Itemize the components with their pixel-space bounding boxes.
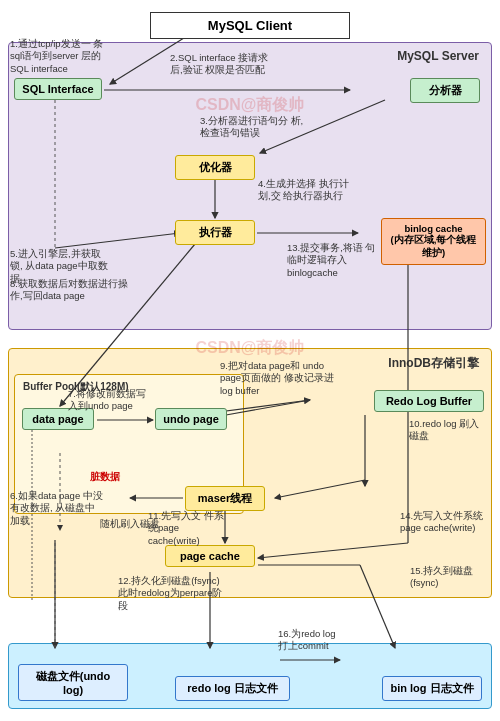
executor-box: 执行器 <box>175 220 255 245</box>
analyzer-box: 分析器 <box>410 78 480 103</box>
diagram-container: MySQL Client CSDN@商俊帅 CSDN@商俊帅 MySQL Ser… <box>0 0 500 721</box>
redo-log-buffer-box: Redo Log Buffer <box>374 390 484 412</box>
annotation-15: 15.持久到磁盘(fsync) <box>410 565 490 590</box>
mysql-server-label: MySQL Server <box>397 49 479 63</box>
optimizer-box: 优化器 <box>175 155 255 180</box>
annotation-9: 9.把对data page和 undo page页面做的 修改记录进log bu… <box>220 360 340 397</box>
mysql-client-box: MySQL Client <box>150 12 350 39</box>
innodb-label: InnoDB存储引擎 <box>388 355 479 372</box>
annotation-12: 12.持久化到磁盘(fsync) 此时redolog为perpare阶段 <box>118 575 228 612</box>
annotation-13: 13.提交事务,将语 句临时逻辑存入 binlogcache <box>287 242 382 279</box>
page-cache-box: page cache <box>165 545 255 567</box>
redo-log-box: redo log 日志文件 <box>175 676 290 701</box>
annotation-11: 11.先写入文 件系统page cache(write) <box>148 510 228 547</box>
annotation-1: 1.通过tcp/ip发送一 条sql语句到server 层的SQL interf… <box>10 38 105 75</box>
maser-box: maser线程 <box>185 486 265 511</box>
bin-log-box: bin log 日志文件 <box>382 676 482 701</box>
annotation-10: 10.redo log 刷入磁盘 <box>409 418 484 443</box>
annotation-6: 6.如果data page 中没有改数据, 从磁盘中加载 <box>10 490 105 527</box>
annotation-14: 14.先写入文件系统 page cache(write) <box>400 510 490 535</box>
annotation-8: 8.获取数据后对数据进行操 作,写回data page <box>10 278 130 303</box>
annotation-4: 4.生成并选择 执行计划,交 给执行器执行 <box>258 178 358 203</box>
annotation-2: 2.SQL interface 接请求后,验证 权限是否匹配 <box>170 52 280 77</box>
annotation-16: 16.为redo log 打上commit <box>278 628 348 653</box>
dirty-data-label: 脏数据 <box>90 470 120 484</box>
undo-page-box: undo page <box>155 408 227 430</box>
annotation-3: 3.分析器进行语句分 析,检查语句错误 <box>200 115 310 140</box>
disk-undo-box: 磁盘文件(undo log) <box>18 664 128 701</box>
annotation-7: 7.将修改前数据写 入到undo page <box>68 388 158 413</box>
binlog-cache-box: binlog cache (内存区域,每个线程维护) <box>381 218 486 265</box>
sql-interface-box: SQL Interface <box>14 78 102 100</box>
